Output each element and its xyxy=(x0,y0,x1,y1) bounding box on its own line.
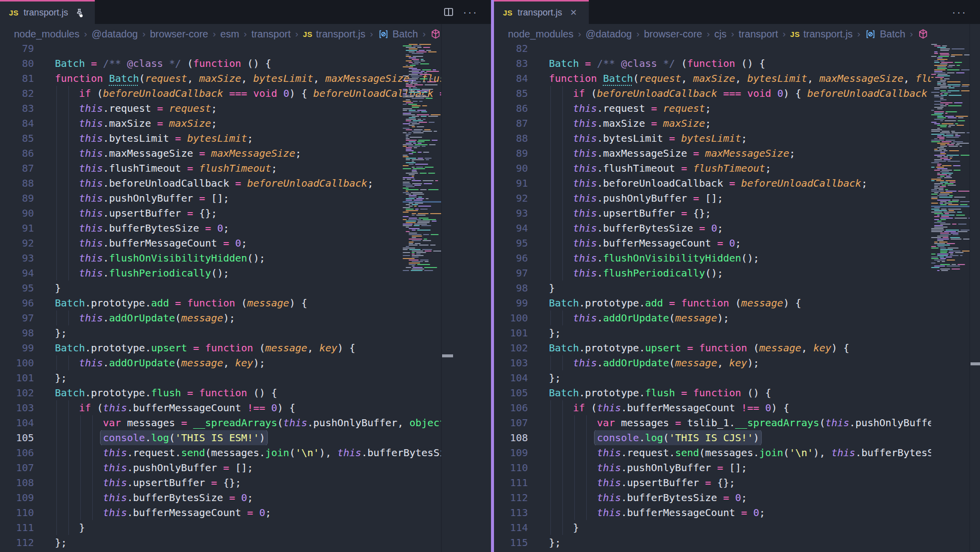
more-actions-icon[interactable]: ··· xyxy=(952,9,967,14)
code-line[interactable]: 109 this.bufferBytesSize = 0; xyxy=(0,490,441,505)
code-line[interactable]: 84function Batch(request, maxSize, bytes… xyxy=(494,71,931,86)
code-line[interactable]: 87 this.maxSize = maxSize; xyxy=(494,116,931,131)
breadcrumb-item[interactable]: cjs xyxy=(715,28,727,40)
code-line[interactable]: 88 this.beforeUnloadCallback = beforeUnl… xyxy=(0,176,441,191)
code-line[interactable]: 102Batch.prototype.upsert = function (me… xyxy=(494,340,931,355)
code-line[interactable]: 82 xyxy=(494,44,931,56)
tab-transport-js-cjs[interactable]: JS transport.js ✕ xyxy=(494,0,589,24)
minimap[interactable] xyxy=(931,44,970,278)
code-line[interactable]: 92 this.bufferMessageCount = 0; xyxy=(0,236,441,251)
code-line[interactable]: 106 this.request.send(messages.join('\n'… xyxy=(0,445,441,460)
code-line[interactable]: 107 this.pushOnlyBuffer = []; xyxy=(0,460,441,475)
breadcrumb-item[interactable]: node_modules xyxy=(14,28,79,40)
code-editor-esm[interactable]: 7980Batch = /** @class */ (function () {… xyxy=(0,44,441,552)
code-line[interactable]: 93 this.upsertBuffer = {}; xyxy=(494,206,931,221)
code-line[interactable]: 90 this.upsertBuffer = {}; xyxy=(0,206,441,221)
breadcrumb-item[interactable]: transport xyxy=(738,28,778,40)
code-line[interactable]: 86 this.maxMessageSize = maxMessageSize; xyxy=(0,146,441,161)
code-line[interactable]: 98}; xyxy=(0,325,441,340)
code-line[interactable]: 87 this.flushTimeout = flushTimeout; xyxy=(0,161,441,176)
code-line[interactable]: 113 this.bufferMessageCount = 0; xyxy=(494,505,931,520)
code-line[interactable]: 96Batch.prototype.add = function (messag… xyxy=(0,295,441,310)
code-line[interactable]: 93 this.flushOnVisibilityHidden(); xyxy=(0,251,441,266)
breadcrumb-item[interactable]: Batch xyxy=(865,28,905,40)
code-line[interactable]: 96 this.flushOnVisibilityHidden(); xyxy=(494,251,931,266)
breadcrumb-item[interactable]: Batch xyxy=(378,28,418,40)
code-line[interactable]: 100 this.addOrUpdate(message, key); xyxy=(0,355,441,370)
breadcrumb-item[interactable]: node_modules xyxy=(508,28,573,40)
pane-divider-sash[interactable] xyxy=(491,0,494,552)
code-line[interactable]: 111 } xyxy=(0,520,441,535)
code-line[interactable]: 83 this.request = request; xyxy=(0,101,441,116)
code-line[interactable]: 103 this.addOrUpdate(message, key); xyxy=(494,355,931,370)
code-line[interactable]: 95} xyxy=(0,280,441,295)
code-line[interactable]: 92 this.pushOnlyBuffer = []; xyxy=(494,191,931,206)
breadcrumb-item[interactable]: JStransport.js xyxy=(303,28,365,40)
code-line[interactable]: 107 var messages = tslib_1.__spreadArray… xyxy=(494,415,931,430)
code-line[interactable]: 85 this.bytesLimit = bytesLimit; xyxy=(0,131,441,146)
code-line[interactable]: 114 } xyxy=(494,520,931,535)
code-line[interactable]: 89 this.maxMessageSize = maxMessageSize; xyxy=(494,146,931,161)
split-editor-icon[interactable] xyxy=(442,5,455,18)
breadcrumb-item[interactable]: @datadog xyxy=(92,28,138,40)
code-line[interactable]: 108 this.upsertBuffer = {}; xyxy=(0,475,441,490)
breadcrumb-item[interactable]: browser-core xyxy=(644,28,702,40)
code-line[interactable]: 95 this.bufferMessageCount = 0; xyxy=(494,236,931,251)
code-line[interactable]: 111 this.upsertBuffer = {}; xyxy=(494,475,931,490)
code-line[interactable]: 89 this.pushOnlyBuffer = []; xyxy=(0,191,441,206)
code-editor-cjs[interactable]: 8283Batch = /** @class */ (function () {… xyxy=(494,44,931,552)
code-line[interactable]: 110 this.bufferMessageCount = 0; xyxy=(0,505,441,520)
breadcrumb-item[interactable]: JStransport.js xyxy=(790,28,853,40)
code-line[interactable]: 104 var messages = __spreadArrays(this.p… xyxy=(0,415,441,430)
code-line[interactable]: 98} xyxy=(494,280,931,295)
code-line[interactable]: 108 console.log('THIS IS CJS!') xyxy=(494,430,931,445)
code-line[interactable]: 101}; xyxy=(494,325,931,340)
code-line[interactable]: 109 this.request.send(messages.join('\n'… xyxy=(494,445,931,460)
code-line[interactable]: 112 this.bufferBytesSize = 0; xyxy=(494,490,931,505)
overview-ruler[interactable] xyxy=(441,24,491,552)
code-line[interactable]: 99Batch.prototype.upsert = function (mes… xyxy=(0,340,441,355)
code-line[interactable]: 99Batch.prototype.add = function (messag… xyxy=(494,295,931,310)
breadcrumb-item[interactable] xyxy=(430,28,441,39)
code-line[interactable]: 90 this.flushTimeout = flushTimeout; xyxy=(494,161,931,176)
code-line[interactable]: 97 this.addOrUpdate(message); xyxy=(0,310,441,325)
breadcrumb-item[interactable]: @datadog xyxy=(586,28,632,40)
code-line[interactable]: 84 this.maxSize = maxSize; xyxy=(0,116,441,131)
code-line[interactable]: 79 xyxy=(0,44,441,56)
code-line[interactable]: 105 console.log('THIS IS ESM!') xyxy=(0,430,441,445)
code-line[interactable]: 115}; xyxy=(494,535,931,550)
more-actions-icon[interactable]: ··· xyxy=(463,9,478,14)
code-line[interactable]: 94 this.bufferBytesSize = 0; xyxy=(494,221,931,236)
code-line[interactable]: 102Batch.prototype.flush = function () { xyxy=(0,385,441,400)
code-line[interactable]: 112}; xyxy=(0,535,441,550)
overview-ruler[interactable] xyxy=(970,24,980,552)
breadcrumb-item[interactable]: browser-core xyxy=(150,28,208,40)
code-line[interactable]: 104}; xyxy=(494,370,931,385)
code-line[interactable]: 106 if (this.bufferMessageCount !== 0) { xyxy=(494,400,931,415)
code-line[interactable]: 97 this.flushPeriodically(); xyxy=(494,266,931,280)
code-line[interactable]: 82 if (beforeUnloadCallback === void 0) … xyxy=(0,86,441,101)
code-line[interactable]: 80Batch = /** @class */ (function () { xyxy=(0,56,441,71)
pin-icon[interactable] xyxy=(73,6,86,19)
code-line[interactable]: 101}; xyxy=(0,370,441,385)
close-icon[interactable]: ✕ xyxy=(567,6,580,19)
code-line[interactable]: 85 if (beforeUnloadCallback === void 0) … xyxy=(494,86,931,101)
code-line[interactable]: 91 this.beforeUnloadCallback = beforeUnl… xyxy=(494,176,931,191)
tab-transport-js-esm[interactable]: JS transport.js xyxy=(0,0,95,24)
code-line[interactable]: 110 this.pushOnlyBuffer = []; xyxy=(494,460,931,475)
code-line[interactable]: 86 this.request = request; xyxy=(494,101,931,116)
breadcrumb-item[interactable]: transport xyxy=(251,28,291,40)
code-line[interactable]: 100 this.addOrUpdate(message); xyxy=(494,310,931,325)
code-line[interactable]: 88 this.bytesLimit = bytesLimit; xyxy=(494,131,931,146)
code-line[interactable]: 94 this.flushPeriodically(); xyxy=(0,266,441,280)
chevron-right-icon: › xyxy=(365,28,377,39)
breadcrumb-item[interactable]: esm xyxy=(221,28,240,40)
code-line[interactable]: 91 this.bufferBytesSize = 0; xyxy=(0,221,441,236)
minimap[interactable] xyxy=(403,44,441,278)
code-line[interactable]: 105Batch.prototype.flush = function () { xyxy=(494,385,931,400)
code-line[interactable]: 83Batch = /** @class */ (function () { xyxy=(494,56,931,71)
code-line[interactable]: 81function Batch(request, maxSize, bytes… xyxy=(0,71,441,86)
code-line[interactable]: 103 if (this.bufferMessageCount !== 0) { xyxy=(0,400,441,415)
breadcrumb-item[interactable] xyxy=(918,28,929,39)
code-line[interactable]: 116Batch.prototype.addOrUpdate = functio… xyxy=(494,550,931,552)
